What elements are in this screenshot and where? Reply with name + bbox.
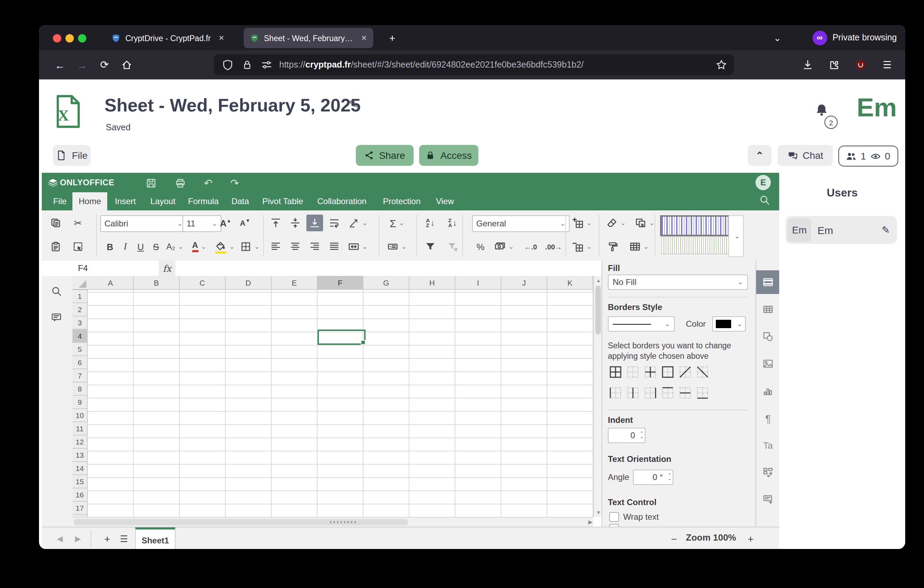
font-name-select[interactable]: Calibri⌄ xyxy=(100,215,186,232)
share-button[interactable]: Share xyxy=(356,145,414,166)
user-avatar[interactable]: E xyxy=(756,175,771,190)
column-header-E[interactable]: E xyxy=(272,276,317,290)
row-header-14[interactable]: 14 xyxy=(73,462,88,475)
text-orientation-button[interactable]: ⌄ xyxy=(345,215,370,231)
table-settings-button[interactable] xyxy=(756,297,780,321)
align-top-button[interactable] xyxy=(267,215,284,231)
minimize-window-button[interactable] xyxy=(66,34,74,43)
clear-button[interactable]: ⌄ xyxy=(604,215,628,231)
row-header-12[interactable]: 12 xyxy=(73,435,88,449)
vertical-scroll-thumb[interactable] xyxy=(595,286,601,334)
select-range-button[interactable] xyxy=(69,238,86,255)
image-settings-button[interactable] xyxy=(756,352,780,375)
insert-cells-button[interactable]: ⌄ xyxy=(569,215,595,231)
bold-button[interactable]: B xyxy=(102,238,118,255)
fill-color-button[interactable]: ⌄ xyxy=(213,238,237,255)
align-center-button[interactable] xyxy=(287,238,304,255)
shape-settings-button[interactable] xyxy=(756,325,780,349)
reload-button[interactable]: ⟳ xyxy=(96,56,113,73)
column-header-G[interactable]: G xyxy=(363,276,409,290)
app-menu-button[interactable]: ☰ xyxy=(879,56,896,73)
row-header-15[interactable]: 15 xyxy=(73,475,88,488)
cut-button[interactable]: ✂ xyxy=(69,215,86,231)
cell-style-option[interactable] xyxy=(662,236,730,254)
align-right-button[interactable] xyxy=(306,238,323,255)
horizontal-scroll-thumb[interactable] xyxy=(74,519,408,525)
tab-file[interactable]: File xyxy=(47,192,73,210)
row-header-2[interactable]: 2 xyxy=(73,303,88,316)
wrap-text-button[interactable] xyxy=(326,215,343,231)
cell-name-box[interactable]: F4⌄ xyxy=(73,261,165,276)
merge-cells-button[interactable]: ⌄ xyxy=(345,238,370,255)
row-header-11[interactable]: 11 xyxy=(73,422,88,435)
extensions-button[interactable] xyxy=(826,56,843,73)
next-sheet-button[interactable]: ▶ xyxy=(71,532,85,545)
column-header-I[interactable]: I xyxy=(455,276,502,290)
italic-button[interactable]: I xyxy=(117,238,134,255)
browser-tab[interactable]: Sheet - Wed, February 5, 2025✕ xyxy=(244,28,373,48)
zoom-window-button[interactable] xyxy=(78,34,86,43)
align-bottom-button[interactable] xyxy=(306,215,323,231)
comments-icon[interactable] xyxy=(51,312,62,323)
chart-settings-button[interactable] xyxy=(756,379,780,403)
row-header-10[interactable]: 10 xyxy=(73,409,88,422)
underline-button[interactable]: U xyxy=(132,238,149,255)
row-header-8[interactable]: 8 xyxy=(73,383,88,396)
tab-data[interactable]: Data xyxy=(224,192,256,210)
column-header-A[interactable]: A xyxy=(88,276,134,290)
fill-handle[interactable] xyxy=(361,340,366,345)
document-title[interactable]: Sheet - Wed, February 5, 2025 xyxy=(104,95,361,116)
redo-icon[interactable]: ↷ xyxy=(227,175,242,191)
row-header-13[interactable]: 13 xyxy=(73,449,88,462)
named-ranges-button[interactable]: ⌄ xyxy=(384,238,409,255)
search-icon[interactable] xyxy=(759,194,770,205)
sheet-list-button[interactable]: ☰ xyxy=(117,532,131,545)
align-left-button[interactable] xyxy=(267,238,284,255)
back-button[interactable]: ← xyxy=(51,56,68,73)
presence-pill[interactable]: 1 0 xyxy=(838,145,898,167)
sort-desc-button[interactable]: ZA↓ xyxy=(444,215,461,231)
new-tab-button[interactable]: + xyxy=(383,28,405,48)
paragraph-settings-button[interactable]: ¶ xyxy=(756,406,780,430)
indent-spinner[interactable]: 0⌃⌄ xyxy=(608,428,645,443)
border-color-select[interactable]: ⌄ xyxy=(712,316,746,332)
decrease-decimal-button[interactable]: ←.0 xyxy=(521,238,540,255)
cryptpad-em-logo[interactable]: Em xyxy=(857,93,897,122)
tab-collaboration[interactable]: Collaboration xyxy=(309,192,375,210)
row-header-16[interactable]: 16 xyxy=(73,488,88,502)
comments-filter-button[interactable] xyxy=(756,488,780,511)
undo-icon[interactable]: ↶ xyxy=(201,175,216,191)
subscript-button[interactable]: A₂⌄ xyxy=(164,238,185,255)
chat-button[interactable]: Chat xyxy=(778,145,833,166)
cell-borders-button[interactable]: ⌄ xyxy=(238,238,262,255)
scrollbar-resize-dots[interactable] xyxy=(330,521,358,523)
align-middle-button[interactable] xyxy=(287,215,304,231)
add-sheet-button[interactable]: + xyxy=(100,532,114,545)
tab-formula[interactable]: Formula xyxy=(182,192,224,210)
increase-decimal-button[interactable]: .00→ xyxy=(543,238,564,255)
ublock-button[interactable] xyxy=(852,56,869,73)
prev-sheet-button[interactable]: ◀ xyxy=(53,532,67,545)
right-border-button[interactable] xyxy=(644,386,657,400)
user-list-item[interactable]: Em Em ✎ xyxy=(785,216,897,244)
tab-protection[interactable]: Protection xyxy=(375,192,429,210)
tab-layout[interactable]: Layout xyxy=(144,192,182,210)
column-header-C[interactable]: C xyxy=(180,276,226,290)
column-header-K[interactable]: K xyxy=(547,276,593,290)
forward-button[interactable]: → xyxy=(74,56,91,73)
bookmark-star-icon[interactable] xyxy=(716,59,727,70)
percent-button[interactable]: % xyxy=(472,238,489,255)
strikethrough-button[interactable]: S xyxy=(148,238,164,255)
edit-pencil-icon[interactable]: ✎ xyxy=(882,224,890,236)
column-header-D[interactable]: D xyxy=(226,276,272,290)
diagonal-up-border-button[interactable] xyxy=(678,365,692,379)
search-icon[interactable] xyxy=(51,286,62,297)
filter-button[interactable] xyxy=(422,238,439,255)
notification-bell-icon[interactable] xyxy=(815,103,828,117)
wrap-text-checkbox[interactable] xyxy=(609,512,619,522)
row-header-4[interactable]: 4 xyxy=(73,330,88,343)
text-art-settings-button[interactable]: Ta xyxy=(756,433,780,457)
inner-vertical-border-button[interactable] xyxy=(626,386,640,400)
paste-button[interactable] xyxy=(47,238,64,255)
scroll-down-icon[interactable]: ▼ xyxy=(596,510,601,515)
